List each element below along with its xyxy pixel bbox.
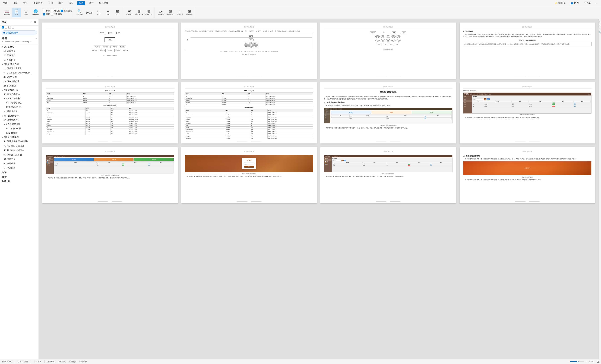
toc-item-53[interactable]: 5.3 用户微端功能模块 <box>0 148 39 153</box>
doc-page-1[interactable]: 第4章 系统设计 管理员 商家 用户 系统 商品管理 订单管理 用户管理 数据统… <box>42 22 178 79</box>
share-btn[interactable]: ⤴ 分享 <box>583 1 592 5</box>
toc-42-header[interactable]: ▼ 4.2 数据库设计 <box>0 122 39 127</box>
toc-chapter4-header[interactable]: ▼ 第4章 系统设计 <box>0 114 39 118</box>
spellcheck-status[interactable]: 拼写检查 <box>34 360 41 363</box>
doc-page-3[interactable]: 第4章 系统设计 管理员 管 商家 用户 账号 密码 姓名 <box>321 22 456 79</box>
toc-chapter2-header[interactable]: ▼ 第2章 技术介绍 <box>0 62 39 66</box>
toc-item-25[interactable]: 2.5 SSM 框架 <box>0 84 39 88</box>
zoom-plus-btn[interactable]: ＋ <box>585 361 587 363</box>
toc-item-421[interactable]: 4.2.1 实体 ER 图 <box>0 127 39 131</box>
single-page-btn[interactable]: ▭ 单页 <box>94 8 103 17</box>
toc-cb1[interactable]: ✓ <box>2 26 4 29</box>
toc-item-21[interactable]: 2.1 微信开发者工具 <box>0 66 39 71</box>
toc-item-41[interactable]: 4.1 系统结构设计 <box>0 118 39 122</box>
side-by-side-btn[interactable]: ⊟ 并排比较 <box>166 8 175 17</box>
doc-page-5[interactable]: 第4章 系统设计 表4-1: allusers 表 字段名类型长度备注 idin… <box>42 82 178 144</box>
doc-page-6[interactable]: 第4章 系统设计 表4-5: manager 表 字段名类型长度备注 idint… <box>181 82 317 144</box>
protection[interactable]: 文档保护 <box>69 360 76 363</box>
doc-page-2[interactable]: 第4章 系统设计 在实确保护系统系统中对应功能模块下，页面主要是对数据的布局与中… <box>181 22 317 79</box>
doc-page-7[interactable]: 第5章 系统实现 第5章 系统实现 管理员、用户、商家功能统是一个下载多重业务管… <box>321 82 456 144</box>
toc-item-64[interactable]: 6.4 测试结果 <box>0 166 39 170</box>
zoom-thumb[interactable] <box>577 361 579 363</box>
doc-page-11[interactable]: 第5章 系统实现 商家管理端 首页 商品 订单 评价 🏠 首页 📦 商品 📋 订… <box>321 147 456 203</box>
right-panel-icon2[interactable]: ⊟ <box>599 24 601 26</box>
web-view-btn[interactable]: 🌐 Web视图 <box>31 8 40 17</box>
right-panel-icon3[interactable]: ↺ <box>599 28 601 30</box>
toc-cb3[interactable] <box>9 26 11 29</box>
toc-close-icon[interactable]: ✕ <box>33 20 37 24</box>
toc-options-icon[interactable]: ··· <box>29 20 32 24</box>
toc-acknowledgement[interactable]: 致 谢 <box>0 175 39 179</box>
zoom-minus-btn[interactable]: － <box>567 361 569 363</box>
toc-chapter5-header[interactable]: ▼ 第5章 系统实现 <box>0 135 39 139</box>
menu-item-reference[interactable]: 引用 <box>47 1 54 5</box>
right-panel-icon4[interactable]: 🔍 <box>599 31 601 33</box>
toc-conclusion[interactable]: 结 论 <box>0 170 39 175</box>
doc-page-4[interactable]: 第4章 系统设计 4.2.2 数据表 整个数据库共有若干张表，当行一定的条件下，… <box>460 22 595 79</box>
toc-item-24[interactable]: 2.4 Mysql 数据库 <box>0 79 39 84</box>
reading-view-btn[interactable]: 📖 阅读 显示 <box>2 8 12 17</box>
table-frame-checkbox[interactable]: ✓ 表格虚框 <box>61 9 72 12</box>
menu-item-review[interactable]: 审阅 <box>67 1 75 5</box>
toc-chapter1-header[interactable]: ▼ 第1章 绪论 <box>0 45 39 49</box>
right-panel-icon1[interactable]: ⊞ <box>599 21 601 23</box>
abstract-more[interactable]: ··· <box>35 37 37 40</box>
toc-item-422[interactable]: 4.2.2 数表表 <box>0 131 39 135</box>
toc-chapter3-header[interactable]: ▼ 第3章 需求分析 <box>0 88 39 92</box>
toc-item-12[interactable]: 1.2 研究意义 <box>0 53 39 58</box>
menu-item-layout[interactable]: 页面布局 <box>32 1 44 5</box>
outline-view-btn[interactable]: ☰ 大纲 <box>21 8 31 17</box>
zoom-track[interactable] <box>570 361 584 362</box>
toc-item-61[interactable]: 6.1 测试定义及目的 <box>0 153 39 157</box>
toc-item-322[interactable]: 3.2.2 技术可行性 <box>0 105 39 109</box>
task-pane-checkbox[interactable]: 任务窗格 <box>51 13 62 16</box>
toc-item-13[interactable]: 1.3 研究内容 <box>0 58 39 62</box>
toc-cb2[interactable] <box>5 26 7 29</box>
menu-item-file[interactable]: 文件 <box>1 1 9 5</box>
sync-scroll-btn[interactable]: ↕ 同步滚动 <box>175 8 184 17</box>
gridline-checkbox[interactable]: 网格线 <box>51 9 60 12</box>
doc-page-8[interactable]: 第5章 系统实现 图5-2 管理员管理功能界面 管理系统 首页 用户管理 商家管… <box>460 82 595 144</box>
menu-item-chapter[interactable]: 章节 <box>88 1 95 5</box>
toc-item-321[interactable]: 3.2.1 经济可行性 <box>0 101 39 105</box>
zoom-100-btn[interactable]: 100% <box>84 8 94 17</box>
doc-page-10[interactable]: 第5章 系统实现 用户登录 账号 密码 登 录 图5-3 商家功能界面截图 用户… <box>181 147 317 203</box>
multi-page-btn[interactable]: ⊞ 多页 <box>113 8 122 17</box>
menu-item-special[interactable]: 特色功能 <box>98 1 110 5</box>
backup-btn[interactable]: 本地备份 <box>79 360 87 363</box>
text-mode[interactable]: 文档模式 <box>47 360 55 363</box>
menu-item-insert[interactable]: 插入 <box>22 1 29 5</box>
toc-item-51[interactable]: 5.1 管理员服务端功能模块 <box>0 139 39 144</box>
collaborate-btn[interactable]: 👥 协作 <box>569 1 580 5</box>
toc-item-62[interactable]: 6.2 测试方法 <box>0 157 39 161</box>
toc-item-33[interactable]: 3.3 系统功能设计 <box>0 109 39 114</box>
ruler-checkbox[interactable]: 标尺 <box>43 9 50 12</box>
section-mode[interactable]: 薄节模式 <box>58 360 66 363</box>
split-btn[interactable]: ⊟ 拆分窗口▼ <box>144 8 153 17</box>
eye-care-btn[interactable]: 👁 护眼模式 <box>125 8 134 17</box>
toc-32-header[interactable]: ▼ 3.2 可行性分析 <box>0 97 39 101</box>
more-menu[interactable]: ··· <box>595 1 600 5</box>
zoom-btn[interactable]: 🔍 显示比例 <box>75 8 84 17</box>
toc-references[interactable]: 参考文献 <box>0 179 39 184</box>
toc-cb4[interactable] <box>12 26 14 29</box>
toc-item-11[interactable]: 1.1 课题背景 <box>0 49 39 53</box>
doc-page-12[interactable]: 第5章 系统实现 5.2 商家务端功能模块 商家通过商家登录界面，进入前端商家端… <box>460 147 595 203</box>
page-width-btn[interactable]: ↔ 页宽 <box>103 8 113 17</box>
reset-position-btn[interactable]: ⊠ 重设位置 <box>185 8 194 17</box>
toc-item-22[interactable]: 2.2 小程序框架以及目录结构介 ... <box>0 71 39 75</box>
menu-item-start[interactable]: 开始 <box>12 1 19 5</box>
toc-item-52[interactable]: 5.2 商家务端功能模块 <box>0 144 39 148</box>
toc-item-23[interactable]: 2.3 JAVA 技术 <box>0 75 39 79</box>
toc-item-63[interactable]: 6.3 测试模块 <box>0 161 39 166</box>
menu-item-view[interactable]: 视图 <box>77 1 85 5</box>
toc-item-31[interactable]: 3.1 需求分析概述 <box>0 92 39 97</box>
new-window-btn[interactable]: 🗗 新建窗口 <box>156 8 165 17</box>
mark-checkbox[interactable]: ✓ 标记 <box>43 13 50 16</box>
ai-identify-btn[interactable]: 智能识别目录 <box>2 30 37 35</box>
menu-item-mail[interactable]: 邮件 <box>57 1 64 5</box>
zoom-page-icon[interactable]: ⊞ <box>597 360 599 363</box>
rearrange-btn[interactable]: ⊞ 重排窗口▼ <box>135 8 144 17</box>
page-view-btn[interactable]: 📄 页面 <box>12 8 21 17</box>
doc-page-9[interactable]: 第4章 系统设计 后台管理系统 首页 商家管理 商品 订单 菜单 📊 统计 👥 … <box>42 147 178 203</box>
